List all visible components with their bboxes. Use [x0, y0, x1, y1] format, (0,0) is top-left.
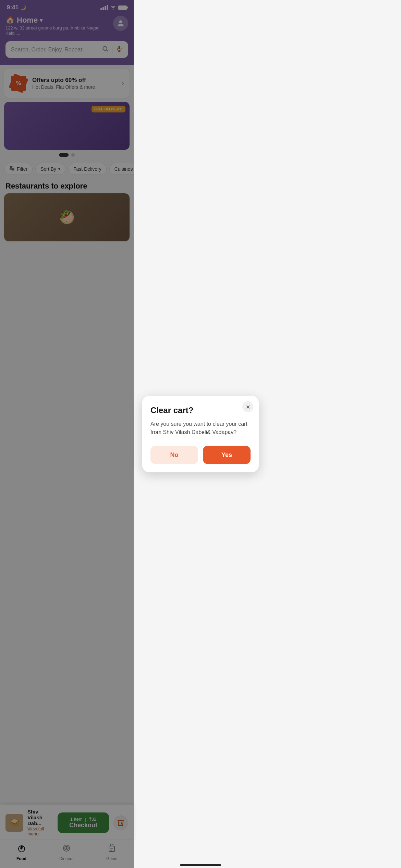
- modal-overlay[interactable]: [0, 0, 134, 289]
